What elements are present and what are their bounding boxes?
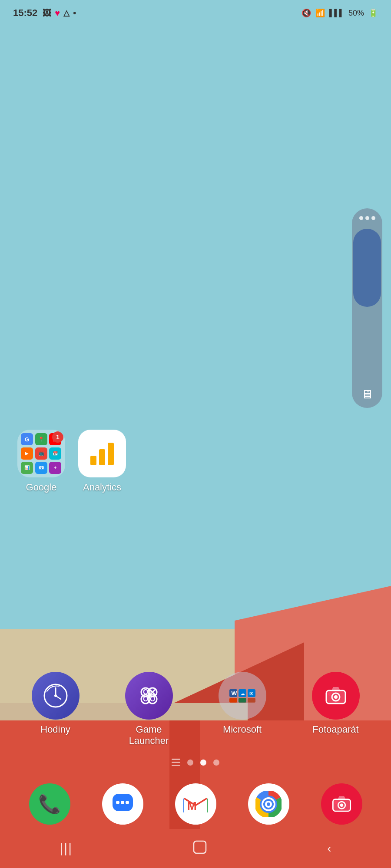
status-time: 15:52	[13, 7, 37, 19]
analytics-label: Analytics	[83, 482, 121, 493]
dock-icons: 📞 M	[0, 783, 391, 825]
camera-svg	[323, 683, 349, 709]
notification-badge: 1	[52, 431, 63, 443]
drive-icon: △	[63, 8, 70, 18]
photo-icon: 🖼	[43, 8, 51, 18]
chrome-icon[interactable]	[248, 783, 289, 825]
svg-point-36	[328, 692, 331, 696]
page-dot-2	[200, 760, 206, 766]
recent-apps-button[interactable]: |||	[60, 841, 73, 856]
svg-point-53	[340, 804, 343, 807]
hodiny-app-item[interactable]: Hodiny	[32, 672, 80, 735]
back-button[interactable]: ‹	[327, 842, 331, 855]
svg-point-40	[126, 801, 129, 804]
monitor-icon: 🖥	[361, 387, 373, 401]
svg-text:W: W	[231, 690, 237, 697]
chrome-dock-item[interactable]	[248, 783, 289, 825]
svg-rect-8	[108, 443, 114, 465]
page-dot-3	[213, 760, 219, 766]
messages-dock-item[interactable]	[102, 783, 143, 825]
camera-dock-svg	[330, 792, 354, 816]
svg-point-35	[334, 695, 338, 699]
svg-rect-6	[90, 456, 96, 465]
chrome-svg	[255, 791, 282, 817]
microsoft-logos-svg: W ☁ ✉	[229, 687, 255, 704]
svg-rect-30	[239, 698, 246, 703]
svg-text:O: O	[143, 695, 148, 703]
analytics-chart-icon	[87, 438, 117, 469]
svg-rect-29	[229, 698, 237, 703]
svg-text:☁: ☁	[240, 691, 245, 696]
svg-text:✉: ✉	[249, 691, 253, 696]
microsoft-app-item[interactable]: W ☁ ✉ Microsoft	[219, 672, 266, 735]
microsoft-label: Microsoft	[223, 724, 262, 735]
messages-svg	[111, 792, 135, 816]
fotoaparat-app-item[interactable]: Fotoaparát	[312, 672, 360, 735]
nav-bar: ||| ‹	[0, 829, 391, 868]
google-folder-item[interactable]: G 📍 ▶ ▶ 📺 📅 📊 📧 + 1 Google	[17, 430, 65, 493]
gmail-dock-item[interactable]: M	[175, 783, 216, 825]
svg-rect-31	[248, 698, 255, 703]
clock-svg	[43, 683, 69, 709]
svg-text:O: O	[150, 695, 155, 703]
main-apps-row: Hodiny O O O Game Launcher	[0, 672, 391, 746]
svg-point-39	[121, 801, 124, 804]
page-indicators	[0, 759, 391, 766]
signal-icon: ▌▌▌	[329, 9, 344, 17]
heart-icon: ♥	[55, 8, 60, 18]
gmail-icon[interactable]: M	[175, 783, 216, 825]
svg-point-49	[267, 802, 270, 806]
game-launcher-app-item[interactable]: O O O Game Launcher	[125, 672, 173, 746]
status-bar: 15:52 🖼 ♥ △ • 🔇 📶 ▌▌▌ 50% 🔋	[0, 0, 391, 26]
battery-icon: 🔋	[368, 8, 378, 18]
wifi-icon: 📶	[315, 8, 325, 18]
fotoaparat-icon[interactable]	[312, 672, 360, 720]
scrollbar-fill	[353, 229, 381, 307]
analytics-icon[interactable]	[78, 430, 126, 477]
game-launcher-icon[interactable]: O O O	[125, 672, 173, 720]
scrollbar-widget[interactable]: 🖥	[352, 208, 382, 408]
dot-icon: •	[73, 8, 76, 18]
svg-point-38	[116, 801, 119, 804]
camera-dock-icon[interactable]	[321, 783, 362, 825]
svg-text:O: O	[143, 688, 148, 696]
svg-rect-7	[99, 449, 105, 465]
game-launcher-label: Game Launcher	[125, 724, 173, 746]
home-button[interactable]	[192, 839, 208, 858]
svg-point-54	[335, 801, 338, 804]
apps-list-indicator	[172, 759, 180, 766]
hodiny-icon[interactable]	[32, 672, 80, 720]
microsoft-icon[interactable]: W ☁ ✉	[219, 672, 266, 720]
google-folder-icon[interactable]: G 📍 ▶ ▶ 📺 📅 📊 📧 + 1	[17, 430, 65, 477]
hodiny-label: Hodiny	[40, 724, 70, 735]
messages-icon[interactable]	[102, 783, 143, 825]
phone-icon[interactable]: 📞	[29, 783, 70, 825]
battery-label: 50%	[348, 9, 364, 18]
phone-dock-item[interactable]: 📞	[29, 783, 70, 825]
svg-point-12	[54, 694, 57, 697]
svg-text:M: M	[187, 799, 197, 812]
google-folder-label: Google	[26, 482, 57, 493]
svg-rect-55	[194, 841, 206, 853]
mute-icon: 🔇	[302, 8, 311, 18]
home-button-icon	[192, 839, 208, 855]
fotoaparat-label: Fotoaparát	[312, 724, 358, 735]
game-launcher-svg: O O O	[136, 683, 162, 709]
gmail-svg: M	[183, 793, 208, 815]
analytics-app-item[interactable]: Analytics	[78, 430, 126, 493]
home-apps-area: G 📍 ▶ ▶ 📺 📅 📊 📧 + 1 Google Analytics	[17, 430, 126, 493]
page-dot-1	[187, 760, 193, 766]
camera-dock-item[interactable]	[321, 783, 362, 825]
scrollbar-dots	[359, 216, 375, 220]
